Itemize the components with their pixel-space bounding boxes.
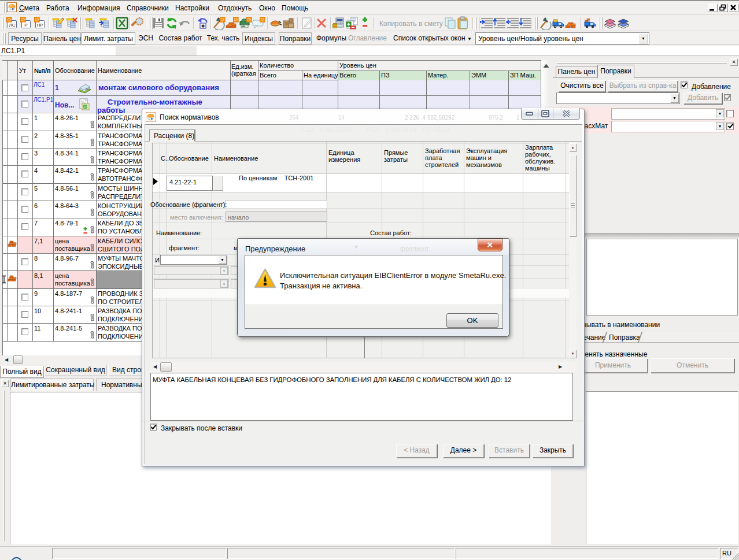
svg-text:P: P	[84, 105, 87, 109]
svg-text:✱: ✱	[201, 24, 205, 29]
svg-text:Р: Р	[24, 23, 27, 28]
svg-text:ЛС: ЛС	[9, 23, 15, 28]
svg-text:ПР: ПР	[36, 23, 43, 28]
